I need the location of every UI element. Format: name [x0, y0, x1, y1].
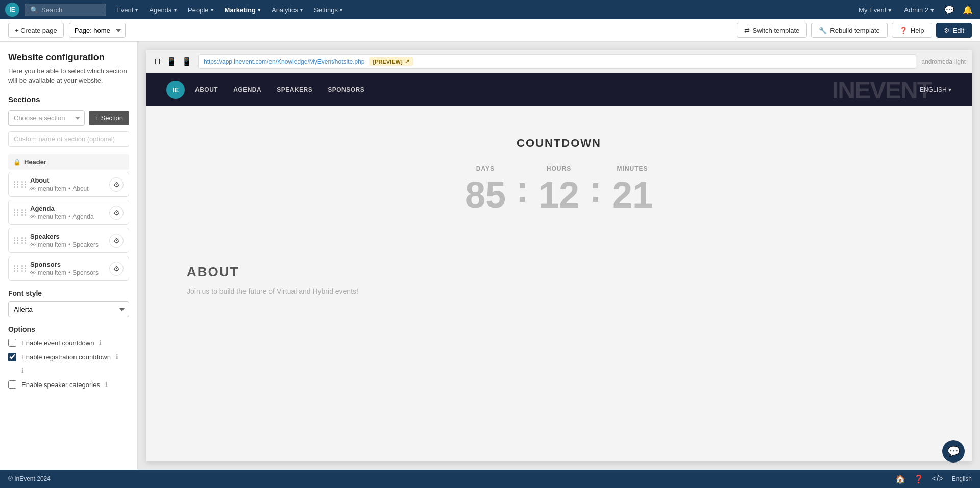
- nav-item-marketing[interactable]: Marketing ▾: [219, 3, 265, 17]
- rebuild-template-button[interactable]: 🔧 Rebuild template: [811, 23, 888, 38]
- messages-icon[interactable]: 💬: [942, 3, 957, 17]
- header-section-label: 🔒 Header: [8, 154, 129, 170]
- enable-registration-countdown-checkbox[interactable]: [8, 353, 16, 361]
- enable-speaker-categories-checkbox[interactable]: [8, 380, 16, 389]
- enable-event-countdown-checkbox[interactable]: [8, 339, 16, 347]
- my-event-button[interactable]: My Event ▾: [854, 4, 896, 16]
- custom-name-input[interactable]: [8, 131, 129, 147]
- timer-separator-1: :: [516, 171, 528, 208]
- section-controls: Choose a section + Section: [8, 110, 129, 126]
- preview-url[interactable]: https://app.inevent.com/en/Knowledge/MyE…: [204, 58, 365, 65]
- info-icon: ℹ: [21, 367, 24, 374]
- question-icon[interactable]: ❓: [914, 474, 924, 484]
- drag-handle-2[interactable]: [21, 209, 26, 216]
- help-button[interactable]: ❓ Help: [892, 23, 932, 38]
- preview-toolbar: 🖥 📱 📱 https://app.inevent.com/en/Knowled…: [146, 50, 972, 73]
- lock-icon: 🔒: [13, 159, 21, 166]
- search-box[interactable]: 🔍: [24, 4, 106, 16]
- topnav-right: My Event ▾ Admin 2 ▾ 💬 🔔: [854, 3, 975, 17]
- top-navigation: IE 🔍 Event ▾ Agenda ▾ People ▾ Marketing…: [0, 0, 980, 19]
- info-icon[interactable]: ℹ: [105, 381, 108, 388]
- info-icon[interactable]: ℹ: [99, 339, 102, 346]
- rebuild-icon: 🔧: [819, 27, 827, 34]
- section-info: About 👁 menu item • About: [30, 176, 109, 192]
- section-settings-button[interactable]: ⚙: [109, 206, 124, 220]
- sidebar-subtitle: Here you be able to select which section…: [8, 67, 129, 85]
- sections-heading: Sections: [8, 95, 129, 104]
- preview-badge[interactable]: [PREVIEW] ↗: [369, 57, 413, 66]
- eye-icon: 👁: [30, 186, 36, 192]
- chevron-down-icon: ▾: [340, 7, 342, 13]
- nav-item-event[interactable]: Event ▾: [111, 3, 143, 17]
- section-item-sponsors[interactable]: Sponsors 👁 menu item • Sponsors ⚙: [8, 256, 129, 281]
- switch-template-button[interactable]: ⇄ Switch template: [737, 23, 807, 38]
- section-info: Sponsors 👁 menu item • Sponsors: [30, 261, 109, 276]
- nav-item-people[interactable]: People ▾: [183, 3, 218, 17]
- nav-item-agenda[interactable]: Agenda ▾: [144, 3, 182, 17]
- home-icon[interactable]: 🏠: [895, 474, 905, 484]
- notifications-icon[interactable]: 🔔: [961, 3, 975, 17]
- preview-area: 🖥 📱 📱 https://app.inevent.com/en/Knowled…: [138, 42, 980, 470]
- eye-icon: 👁: [30, 214, 36, 220]
- site-logo: IE: [166, 81, 185, 99]
- page-selector[interactable]: Page: home: [69, 23, 126, 38]
- countdown-timer: DAYS 85 : HOURS 12 : MINUTES 21: [166, 165, 951, 213]
- section-item-agenda[interactable]: Agenda 👁 menu item • Agenda ⚙: [8, 200, 129, 225]
- tablet-icon[interactable]: 📱: [165, 56, 178, 67]
- timer-hours: HOURS 12: [538, 165, 579, 213]
- admin-button[interactable]: Admin 2 ▾: [900, 4, 938, 16]
- drag-handle-2[interactable]: [21, 265, 26, 272]
- copyright-text: ® InEvent 2024: [8, 475, 895, 482]
- font-style-selector[interactable]: Allerta: [8, 301, 129, 317]
- site-nav-speakers[interactable]: SPEAKERS: [277, 86, 312, 93]
- section-settings-button[interactable]: ⚙: [109, 262, 124, 276]
- edit-button[interactable]: ⚙ Edit: [936, 23, 972, 38]
- section-item-about[interactable]: About 👁 menu item • About ⚙: [8, 172, 129, 197]
- section-meta: 👁 menu item • Sponsors: [30, 269, 109, 276]
- desktop-icon[interactable]: 🖥: [152, 56, 162, 67]
- section-meta: 👁 menu item • Speakers: [30, 241, 109, 248]
- switch-icon: ⇄: [744, 27, 750, 34]
- code-icon[interactable]: </>: [932, 474, 944, 483]
- nav-item-analytics[interactable]: Analytics ▾: [266, 3, 308, 17]
- sidebar-title: Website configuration: [8, 52, 129, 63]
- site-nav-sponsors[interactable]: SPONSORS: [328, 86, 364, 93]
- chevron-down-icon: ▾: [930, 6, 934, 14]
- app-logo[interactable]: IE: [5, 3, 19, 17]
- drag-handle[interactable]: [14, 265, 18, 272]
- bottom-bar-right: 🏠 ❓ </> English: [895, 474, 972, 484]
- about-title: ABOUT: [187, 264, 931, 280]
- drag-handle-2[interactable]: [21, 237, 26, 244]
- language-selector[interactable]: English: [952, 475, 972, 482]
- mobile-icon[interactable]: 📱: [181, 56, 193, 67]
- info-icon[interactable]: ℹ: [116, 353, 118, 361]
- site-nav-about[interactable]: ABOUT: [195, 86, 218, 93]
- preview-container: 🖥 📱 📱 https://app.inevent.com/en/Knowled…: [146, 50, 972, 461]
- options-heading: Options: [8, 325, 129, 333]
- toolbar-right: ⇄ Switch template 🔧 Rebuild template ❓ H…: [737, 23, 972, 38]
- choose-section-dropdown[interactable]: Choose a section: [8, 110, 85, 126]
- nav-item-settings[interactable]: Settings ▾: [309, 3, 348, 17]
- chat-bubble-button[interactable]: 💬: [942, 440, 965, 463]
- chevron-down-icon: ▾: [258, 7, 260, 13]
- site-nav-agenda[interactable]: AGENDA: [233, 86, 261, 93]
- section-settings-button[interactable]: ⚙: [109, 177, 124, 192]
- section-meta: 👁 menu item • About: [30, 185, 109, 192]
- section-item-speakers[interactable]: Speakers 👁 menu item • Speakers ⚙: [8, 228, 129, 253]
- section-meta: 👁 menu item • Agenda: [30, 213, 109, 220]
- option-speaker-categories-row: Enable speaker categories ℹ: [8, 380, 129, 389]
- chevron-down-icon: ▾: [174, 7, 177, 13]
- timer-days: DAYS 85: [465, 165, 506, 213]
- option-registration-countdown: Enable registration countdown ℹ: [8, 353, 129, 361]
- url-bar: https://app.inevent.com/en/Knowledge/MyE…: [198, 54, 916, 69]
- create-page-button[interactable]: + Create page: [8, 23, 64, 38]
- drag-handle-2[interactable]: [21, 181, 26, 188]
- search-input[interactable]: [41, 6, 103, 14]
- drag-handle[interactable]: [14, 209, 18, 216]
- add-section-button[interactable]: + Section: [89, 111, 129, 125]
- site-nav-links: ABOUT AGENDA SPEAKERS SPONSORS: [195, 86, 920, 93]
- drag-handle[interactable]: [14, 237, 18, 244]
- section-settings-button[interactable]: ⚙: [109, 234, 124, 248]
- drag-handle[interactable]: [14, 181, 18, 188]
- website-preview: IE ABOUT AGENDA SPEAKERS SPONSORS InEven…: [146, 73, 972, 461]
